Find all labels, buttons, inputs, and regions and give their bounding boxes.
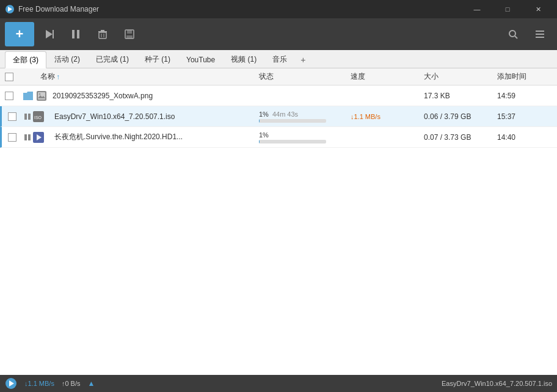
row2-checkbox[interactable]	[8, 112, 16, 121]
row2-pause-icon	[24, 112, 31, 120]
app-title: Free Download Manager	[18, 5, 463, 13]
svg-rect-12	[127, 30, 132, 34]
row3-filename: 长夜危机.Survive.the.Night.2020.HD1...	[54, 132, 259, 142]
video-file-icon	[32, 131, 45, 143]
svg-point-21	[39, 93, 41, 95]
search-icon	[507, 28, 519, 40]
folder-icon	[22, 90, 34, 102]
svg-line-15	[515, 36, 517, 38]
menu-button[interactable]	[528, 22, 552, 46]
row1-checkbox[interactable]	[5, 92, 13, 100]
svg-rect-28	[28, 134, 31, 140]
row3-pause-icon	[24, 133, 31, 141]
close-button[interactable]: ✕	[524, 0, 552, 18]
upload-speed: ↑0 B/s	[62, 380, 81, 387]
resume-button[interactable]	[37, 22, 61, 46]
row2-status: 1% 44m 43s	[259, 111, 351, 123]
iso-file-icon: ISO	[32, 111, 45, 123]
tab-video[interactable]: 视频 (1)	[223, 51, 264, 68]
svg-text:ISO: ISO	[34, 115, 42, 120]
svg-point-14	[509, 31, 515, 37]
svg-rect-23	[24, 114, 27, 120]
file-type-icon	[35, 90, 48, 102]
download-list: 20190925353295_XotxwA.png 17.3 KB 14:59 …	[0, 85, 557, 375]
row2-size: 0.06 / 3.79 GB	[424, 112, 497, 121]
svg-rect-20	[38, 92, 45, 100]
tabs-bar: 全部 (3) 活动 (2) 已完成 (1) 种子 (1) YouTube 视频 …	[0, 50, 557, 68]
tab-music[interactable]: 音乐	[264, 51, 295, 68]
row1-size: 17.3 KB	[424, 92, 497, 100]
tab-completed[interactable]: 已完成 (1)	[88, 51, 137, 68]
delete-button[interactable]	[90, 22, 115, 46]
row3-added: 14:40	[497, 133, 552, 142]
svg-rect-3	[53, 30, 54, 38]
row1-added: 14:59	[497, 92, 552, 100]
title-bar: Free Download Manager — □ ✕	[0, 0, 557, 18]
row3-status: 1%	[259, 131, 351, 143]
table-header: 名称 ↑ 状态 速度 大小 添加时间	[0, 68, 557, 85]
size-column-header[interactable]: 大小	[424, 71, 497, 82]
added-column-header[interactable]: 添加时间	[497, 71, 552, 82]
download-speed: ↓1.1 MB/s	[24, 380, 54, 387]
pause-button[interactable]	[64, 22, 88, 46]
table-row[interactable]: 长夜危机.Survive.the.Night.2020.HD1... 1% ↑ …	[0, 127, 557, 148]
toolbar: +	[0, 18, 557, 50]
svg-rect-8	[99, 32, 106, 38]
status-column-header[interactable]: 状态	[259, 71, 351, 82]
select-all-checkbox[interactable]	[5, 73, 13, 81]
chevron-up-icon[interactable]: ▲	[87, 379, 95, 388]
menu-icon	[534, 28, 546, 40]
row3-speed: ↑	[351, 133, 424, 142]
minimize-button[interactable]: —	[463, 0, 491, 18]
row3-size: 0.07 / 3.73 GB	[424, 133, 497, 142]
save-icon	[123, 28, 136, 40]
app-icon	[5, 4, 15, 14]
tab-all[interactable]: 全部 (3)	[5, 51, 46, 68]
tab-torrent[interactable]: 种子 (1)	[137, 51, 178, 68]
name-column-header[interactable]: 名称 ↑	[40, 71, 259, 82]
table-row[interactable]: ISO EasyDrv7_Win10.x64_7.20.507.1.iso 1%…	[0, 106, 557, 127]
svg-rect-27	[24, 134, 27, 140]
active-filename: EasyDrv7_Win10.x64_7.20.507.1.iso	[442, 380, 552, 387]
speed-column-header[interactable]: 速度	[351, 71, 424, 82]
window-controls: — □ ✕	[463, 0, 552, 18]
row2-added: 15:37	[497, 112, 552, 121]
tab-add-button[interactable]: +	[295, 51, 311, 68]
status-bar: ↓1.1 MB/s ↑0 B/s ▲ EasyDrv7_Win10.x64_7.…	[0, 375, 557, 392]
resume-icon	[43, 28, 55, 40]
delete-icon	[96, 28, 109, 40]
tab-youtube[interactable]: YouTube	[178, 51, 223, 68]
svg-marker-2	[46, 30, 53, 38]
maximize-button[interactable]: □	[493, 0, 522, 18]
svg-rect-24	[28, 114, 31, 120]
svg-rect-5	[77, 30, 79, 38]
search-button[interactable]	[501, 22, 525, 46]
status-logo	[5, 377, 17, 390]
pause-icon	[70, 28, 82, 40]
row3-checkbox[interactable]	[8, 133, 16, 142]
tab-active[interactable]: 活动 (2)	[46, 51, 88, 68]
svg-rect-13	[126, 35, 133, 38]
svg-rect-7	[101, 30, 104, 31]
svg-rect-4	[72, 30, 75, 38]
save-button[interactable]	[117, 22, 142, 46]
row1-filename: 20190925353295_XotxwA.png	[50, 92, 259, 100]
add-button[interactable]: +	[5, 22, 34, 46]
row2-speed: ↓1.1 MB/s	[351, 113, 424, 120]
table-row[interactable]: 20190925353295_XotxwA.png 17.3 KB 14:59	[0, 85, 557, 106]
row2-filename: EasyDrv7_Win10.x64_7.20.507.1.iso	[54, 112, 259, 121]
